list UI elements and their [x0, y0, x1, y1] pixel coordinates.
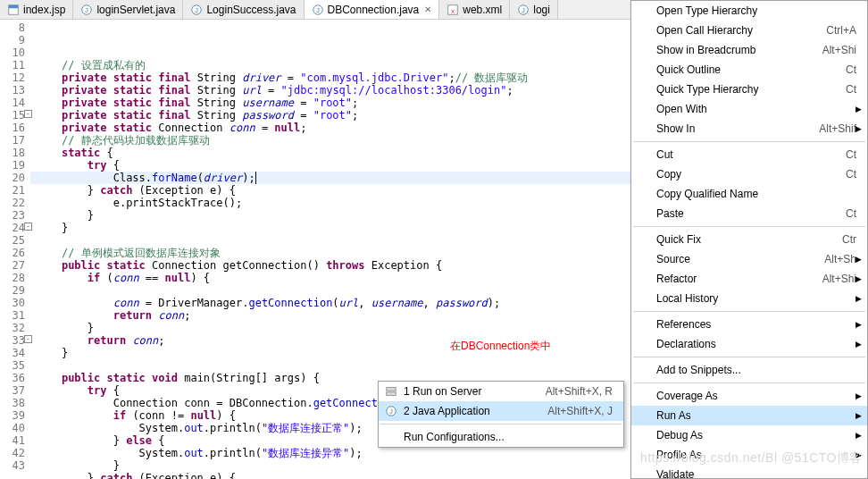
java-icon: J	[384, 404, 398, 418]
shortcut: Alt+Shi	[822, 44, 856, 56]
shortcut: Ct	[846, 207, 856, 220]
menu-item-label: Copy Qualified Name	[656, 188, 758, 200]
submenu-arrow-icon: ▶	[855, 274, 862, 283]
svg-rect-1	[9, 4, 19, 8]
run-as-submenu[interactable]: 1 Run on ServerAlt+Shift+X, RJ2 Java App…	[378, 381, 624, 448]
menu-item-label: Run Configurations...	[404, 431, 505, 443]
submenu-arrow-icon: ▶	[855, 255, 862, 264]
ctx-coverage-as[interactable]: Coverage As▶	[631, 386, 867, 406]
menu-item-label: Cut	[656, 148, 673, 161]
shortcut: Alt+Shift+X, J	[547, 405, 613, 417]
tab-loginservlet-java[interactable]: JloginServlet.java	[73, 0, 183, 19]
ctx-open-call-hierarchy[interactable]: Open Call HierarchyCtrl+A	[631, 21, 867, 40]
ctx-copy[interactable]: CopyCt	[631, 164, 867, 184]
submenu-arrow-icon: ▶	[855, 340, 862, 349]
submenu-arrow-icon: ▶	[855, 105, 862, 113]
ctx-declarations[interactable]: Declarations▶	[631, 334, 867, 354]
tab-label: web.xml	[463, 4, 502, 16]
svg-rect-13	[387, 392, 396, 396]
tab-index-jsp[interactable]: index.jsp	[0, 0, 73, 19]
ctx-run-as[interactable]: Run As▶	[631, 406, 867, 425]
runas-1-run-on-server[interactable]: 1 Run on ServerAlt+Shift+X, R	[379, 382, 623, 401]
tab-loginsuccess-java[interactable]: JLoginSuccess.java	[183, 0, 304, 19]
ctx-add-to-snippets-[interactable]: Add to Snippets...	[631, 360, 867, 380]
shortcut: Ctrl+A	[826, 24, 856, 37]
runas-run-configurations-[interactable]: Run Configurations...	[379, 427, 623, 447]
submenu-arrow-icon: ▶	[855, 294, 862, 303]
submenu-arrow-icon: ▶	[855, 450, 862, 459]
menu-item-label: Validate	[656, 468, 694, 479]
tab-label: index.jsp	[23, 4, 65, 16]
file-icon: J	[312, 4, 324, 16]
submenu-arrow-icon: ▶	[855, 320, 862, 329]
ctx-quick-outline[interactable]: Quick OutlineCt	[631, 60, 867, 80]
ctx-show-in[interactable]: Show InAlt+Shif▶	[631, 119, 867, 139]
shortcut: Alt+Shif	[819, 122, 856, 135]
menu-separator	[633, 311, 865, 312]
ctx-refactor[interactable]: RefactorAlt+Shi▶	[631, 269, 867, 289]
tab-label: loginServlet.java	[96, 4, 175, 16]
menu-separator	[633, 141, 865, 142]
menu-item-label: Source	[656, 253, 690, 265]
ctx-cut[interactable]: CutCt	[631, 145, 867, 164]
shortcut: Alt+Shi	[822, 273, 856, 285]
ctx-profile-as[interactable]: Profile As▶	[631, 445, 867, 465]
context-menu[interactable]: Open Type HierarchyOpen Call HierarchyCt…	[630, 0, 868, 479]
tab-dbconnection-java[interactable]: JDBConnection.java✕	[305, 0, 440, 19]
shortcut: Ct	[846, 63, 856, 76]
menu-separator	[380, 424, 622, 424]
ctx-show-in-breadcrumb[interactable]: Show in BreadcrumbAlt+Shi	[631, 40, 867, 60]
file-icon: J	[80, 4, 93, 16]
ctx-quick-type-hierarchy[interactable]: Quick Type HierarchyCt	[631, 80, 867, 99]
submenu-arrow-icon: ▶	[855, 124, 862, 133]
menu-item-label: Coverage As	[656, 390, 718, 402]
menu-item-label: Open With	[656, 103, 707, 115]
tab-web-xml[interactable]: Xweb.xml	[439, 0, 510, 19]
ctx-copy-qualified-name[interactable]: Copy Qualified Name	[631, 184, 867, 204]
close-icon[interactable]: ✕	[424, 4, 431, 14]
menu-separator	[633, 226, 865, 227]
ctx-validate[interactable]: Validate	[631, 465, 867, 479]
runas-2-java-application[interactable]: J2 Java ApplicationAlt+Shift+X, J	[379, 401, 623, 421]
svg-rect-12	[387, 388, 396, 391]
shortcut: Ct	[846, 83, 856, 96]
file-icon	[7, 4, 20, 16]
menu-item-label: Show in Breadcrumb	[656, 44, 755, 56]
ctx-open-type-hierarchy[interactable]: Open Type Hierarchy	[631, 1, 867, 21]
svg-text:J: J	[195, 5, 198, 13]
tab-logi[interactable]: Jlogi	[510, 0, 558, 19]
menu-item-label: Paste	[656, 207, 684, 220]
menu-item-label: Open Call Hierarchy	[656, 24, 753, 37]
ctx-quick-fix[interactable]: Quick FixCtr	[631, 230, 867, 249]
submenu-arrow-icon: ▶	[855, 411, 862, 420]
menu-separator	[633, 382, 865, 383]
menu-item-label: Quick Outline	[656, 63, 721, 76]
submenu-arrow-icon: ▶	[855, 391, 862, 400]
shortcut: Alt+Sh	[824, 253, 856, 265]
line-gutter: 89101112131415-161718192021222324-252627…	[0, 20, 30, 479]
file-icon: J	[190, 4, 203, 16]
shortcut: Ct	[846, 168, 856, 181]
ctx-open-with[interactable]: Open With▶	[631, 99, 867, 119]
ctx-paste[interactable]: PasteCt	[631, 204, 867, 223]
file-icon: X	[447, 4, 459, 16]
tab-label: LoginSuccess.java	[206, 4, 296, 16]
svg-text:J: J	[85, 5, 88, 13]
tab-label: logi	[533, 4, 550, 16]
ctx-references[interactable]: References▶	[631, 315, 867, 334]
menu-separator	[633, 357, 865, 357]
menu-item-label: Refactor	[656, 273, 697, 285]
shortcut: Ct	[846, 148, 856, 161]
file-icon: J	[517, 4, 530, 16]
ctx-source[interactable]: SourceAlt+Sh▶	[631, 249, 867, 269]
menu-item-label: Debug As	[656, 429, 703, 441]
tab-label: DBConnection.java	[328, 4, 420, 16]
ctx-local-history[interactable]: Local History▶	[631, 289, 867, 308]
menu-item-label: Profile As	[656, 449, 702, 461]
menu-item-label: Declarations	[656, 338, 716, 350]
menu-item-label: Run As	[656, 409, 691, 422]
menu-item-label: Quick Fix	[656, 233, 701, 246]
shortcut: Ctr	[842, 233, 856, 246]
menu-item-label: References	[656, 318, 711, 331]
ctx-debug-as[interactable]: Debug As▶	[631, 425, 867, 445]
